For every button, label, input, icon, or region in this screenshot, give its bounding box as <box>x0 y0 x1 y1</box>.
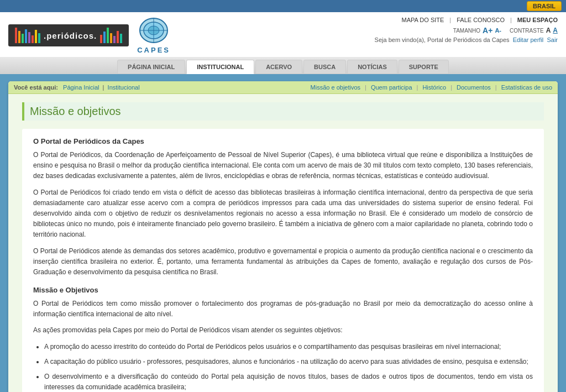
sub-link-estatisticas[interactable]: Estatísticas de uso <box>501 84 552 91</box>
contrast-controls: CONTRASTE A A <box>510 26 558 35</box>
breadcrumb-prefix: Você está aqui: <box>14 84 58 91</box>
section1-para2: O Portal de Periódicos foi criado tendo … <box>33 187 533 241</box>
fale-conosco-link[interactable]: FALE CONOSCO <box>457 17 505 23</box>
contrast-light-button[interactable]: A <box>553 27 558 34</box>
size-minus-button[interactable]: A- <box>495 27 501 34</box>
header-controls: TAMANHO A+ A- CONTRASTE A A <box>375 26 558 35</box>
page-content: Missão e objetivos O Portal de Periódico… <box>8 94 558 392</box>
breadcrumb-right: Missão e objetivos | Quem participa | Hi… <box>311 84 552 91</box>
size-controls: TAMANHO A+ A- <box>453 26 501 35</box>
content-box: Você está aqui: Página Inicial | Institu… <box>8 81 558 392</box>
logout-link[interactable]: Sair <box>547 36 558 43</box>
sub-link-quem[interactable]: Quem participa <box>371 84 412 91</box>
welcome-area: Seja bem vindo(a), Portal de Periódicos … <box>375 36 558 43</box>
section2-heading: Missão e Objetivos <box>33 286 533 294</box>
breadcrumb-current[interactable]: Institucional <box>108 84 140 91</box>
list-item-3: O desenvolvimento e a diversificação do … <box>44 372 533 392</box>
meu-espaco-link[interactable]: MEU ESPAÇO <box>517 17 558 23</box>
nav-tabs: PÁGINA INICIAL INSTITUCIONAL ACERVO BUSC… <box>0 57 566 76</box>
section1-heading: O Portal de Periódicos da Capes <box>33 137 533 145</box>
section2-para1: O Portal de Periódicos tem como missão p… <box>33 299 533 320</box>
section1-para3: O Portal de Periódicos atende às demanda… <box>33 246 533 278</box>
list-item-2: A capacitação do público usuário - profe… <box>44 357 533 367</box>
header-links: MAPA DO SITE | FALE CONOSCO | MEU ESPAÇO <box>375 17 558 23</box>
breadcrumb-bar: Você está aqui: Página Inicial | Institu… <box>8 81 558 94</box>
edit-profile-link[interactable]: Editar perfil <box>513 36 544 43</box>
capes-label: CAPES <box>137 46 170 54</box>
breadcrumb-home[interactable]: Página Inicial <box>63 84 99 91</box>
top-bar: BRASIL <box>0 0 566 12</box>
section2-para2: As ações promovidas pela Capes por meio … <box>33 325 533 336</box>
breadcrumb-left: Você está aqui: Página Inicial | Institu… <box>14 84 140 91</box>
size-plus-button[interactable]: A+ <box>483 26 492 35</box>
brasil-button[interactable]: BRASIL <box>527 1 562 11</box>
sub-link-historico[interactable]: Histórico <box>422 84 446 91</box>
tab-acervo[interactable]: ACERVO <box>255 60 302 74</box>
tamanho-label: TAMANHO <box>453 28 480 34</box>
main-wrapper: Você está aqui: Página Inicial | Institu… <box>0 76 566 392</box>
section1-para1: O Portal de Periódicos, da Coordenação d… <box>33 150 533 182</box>
list-item-1: A promoção do acesso irrestrito do conte… <box>44 342 533 352</box>
contrast-dark-button[interactable]: A <box>546 27 551 34</box>
mapa-do-site-link[interactable]: MAPA DO SITE <box>402 17 444 23</box>
page-title: Missão e objetivos <box>22 102 544 121</box>
sub-link-documentos[interactable]: Documentos <box>457 84 491 91</box>
tab-noticias[interactable]: NOTÍCIAS <box>347 60 397 74</box>
tab-pagina-inicial[interactable]: PÁGINA INICIAL <box>117 60 185 74</box>
logo-area: .periódicos. <box>8 17 170 54</box>
tab-institucional[interactable]: INSTITUCIONAL <box>186 60 254 74</box>
periodicos-logo[interactable]: .periódicos. <box>8 24 129 46</box>
article-content: O Portal de Periódicos da Capes O Portal… <box>22 129 544 392</box>
contraste-label: CONTRASTE <box>510 28 544 34</box>
header-right: MAPA DO SITE | FALE CONOSCO | MEU ESPAÇO… <box>375 17 558 43</box>
welcome-text: Seja bem vindo(a), Portal de Periódicos … <box>375 36 510 43</box>
header-top: .periódicos. <box>8 17 558 57</box>
periodicos-label: .periódicos. <box>44 31 97 40</box>
header: .periódicos. <box>0 12 566 57</box>
tab-suporte[interactable]: SUPORTE <box>399 60 449 74</box>
objectives-list: A promoção do acesso irrestrito do conte… <box>44 342 533 392</box>
capes-logo[interactable]: CAPES <box>137 17 170 54</box>
tab-busca[interactable]: BUSCA <box>303 60 346 74</box>
sub-link-missao[interactable]: Missão e objetivos <box>311 84 361 91</box>
